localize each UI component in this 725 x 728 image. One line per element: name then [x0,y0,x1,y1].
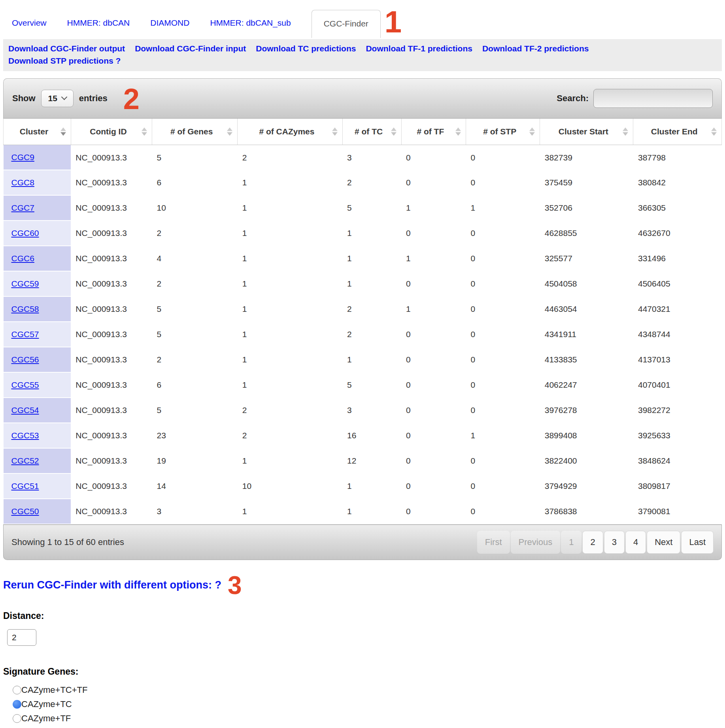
cluster-link[interactable]: CGC54 [11,405,39,415]
cell-genes: 4 [152,246,238,271]
tab-item[interactable]: DIAMOND [150,18,189,28]
cluster-link[interactable]: CGC58 [11,304,39,313]
cell-tf: 0 [401,423,466,448]
distance-label: Distance: [3,611,722,621]
entries-info: Showing 1 to 15 of 60 entries [11,537,124,547]
sort-up-arrow-icon [60,128,66,131]
signature-genes-option[interactable]: CAZyme+TC [13,699,722,709]
pagination-button[interactable]: 2 [582,531,603,554]
cell-cluster: CGC7 [4,195,71,221]
cell-tf: 0 [401,499,466,524]
cell-stp: 0 [466,398,540,423]
signature-genes-option[interactable]: CAZyme+TC+TF [13,685,722,695]
cell-tc: 5 [342,195,401,221]
cell-tf: 0 [401,448,466,473]
cell-stp: 0 [466,246,540,271]
search-input[interactable] [593,89,713,108]
cell-cazymes: 1 [238,499,342,524]
cell-cluster-start: 382739 [540,145,633,170]
table-row: CGC53 NC_000913.3 23 2 16 0 1 3899408 39… [4,423,722,448]
cell-tc: 5 [342,372,401,398]
column-header[interactable]: # of Genes [152,119,238,145]
column-header[interactable]: Cluster End [633,119,722,145]
download-link[interactable]: Download TF-1 predictions [366,44,472,53]
search-control: Search: [557,89,713,108]
cluster-link[interactable]: CGC59 [11,279,39,288]
distance-input[interactable] [7,629,36,646]
column-header[interactable]: Cluster Start [540,119,633,145]
sort-down-arrow-icon [142,132,147,136]
tab-item[interactable]: HMMER: dbCAN [67,18,130,28]
annotation-number-1: 1 [385,6,402,37]
sort-icon [227,128,232,136]
pagination-button[interactable]: 1 [561,531,582,554]
cell-tc: 1 [342,499,401,524]
cluster-link[interactable]: CGC57 [11,330,39,339]
column-header[interactable]: Contig ID [71,119,152,145]
cell-tc: 3 [342,398,401,423]
cell-cazymes: 1 [238,221,342,246]
cell-cluster-end: 4470321 [633,296,722,322]
column-header[interactable]: Cluster [4,119,71,145]
pagination-button[interactable]: First [477,531,510,554]
signature-genes-option[interactable]: CAZyme+TF [13,713,722,724]
cell-stp: 0 [466,347,540,372]
cluster-link[interactable]: CGC56 [11,355,39,364]
page-size-select[interactable]: 15 [41,90,74,107]
sort-icon [623,128,628,136]
cell-genes: 19 [152,448,238,473]
radio-button-icon[interactable] [13,686,21,694]
cell-stp: 1 [466,423,540,448]
cell-genes: 23 [152,423,238,448]
column-header[interactable]: # of TF [401,119,466,145]
pagination-button[interactable]: Next [647,531,680,554]
cell-tf: 1 [401,246,466,271]
download-link[interactable]: Download STP predictions ? [8,56,121,66]
radio-button-icon[interactable] [13,700,21,709]
cluster-link[interactable]: CGC60 [11,228,39,238]
cell-contig-id: NC_000913.3 [71,170,152,195]
cell-tc: 1 [342,271,401,296]
cell-cluster-end: 4348744 [633,322,722,347]
cell-cazymes: 1 [238,296,342,322]
table-row: CGC57 NC_000913.3 5 1 2 0 0 4341911 4348… [4,322,722,347]
sort-up-arrow-icon [455,128,461,131]
cluster-link[interactable]: CGC7 [11,203,34,212]
search-label: Search: [557,93,589,104]
tab-item[interactable]: Overview [12,18,47,28]
column-header[interactable]: # of CAZymes [238,119,342,145]
cluster-link[interactable]: CGC50 [11,507,39,516]
column-header[interactable]: # of STP [466,119,540,145]
download-link[interactable]: Download TC predictions [256,44,356,53]
cell-tc: 1 [342,473,401,499]
radio-button-icon[interactable] [13,714,21,723]
cluster-link[interactable]: CGC53 [11,431,39,440]
sort-icon [391,128,396,136]
cell-cluster-start: 4133835 [540,347,633,372]
cell-tf: 0 [401,271,466,296]
table-row: CGC56 NC_000913.3 2 1 1 0 0 4133835 4137… [4,347,722,372]
cluster-link[interactable]: CGC6 [11,254,34,263]
tab-item[interactable]: HMMER: dbCAN_sub [210,18,291,28]
download-link[interactable]: Download TF-2 predictions [482,44,589,53]
cluster-link[interactable]: CGC9 [11,153,34,162]
signature-genes-label: Signature Genes: [3,666,722,677]
pagination-button[interactable]: Previous [511,531,561,554]
cluster-link[interactable]: CGC51 [11,481,39,490]
download-link[interactable]: Download CGC-Finder input [135,44,246,53]
cell-cluster-start: 325577 [540,246,633,271]
pagination-button[interactable]: 3 [604,531,625,554]
tab-item[interactable]: CGC-Finder [312,10,381,38]
cell-stp: 0 [466,296,540,322]
download-link[interactable]: Download CGC-Finder output [8,44,125,53]
cell-tf: 0 [401,145,466,170]
column-header[interactable]: # of TC [342,119,401,145]
cluster-link[interactable]: CGC8 [11,178,34,187]
cluster-link[interactable]: CGC55 [11,380,39,389]
pagination-button[interactable]: Last [681,531,714,554]
pagination-button[interactable]: 4 [625,531,646,554]
table-row: CGC6 NC_000913.3 4 1 1 1 0 325577 331496 [4,246,722,271]
cell-cluster-start: 3794929 [540,473,633,499]
cluster-link[interactable]: CGC52 [11,456,39,465]
table-header-row: Cluster Contig ID # of Genes # of CAZyme… [4,119,722,145]
